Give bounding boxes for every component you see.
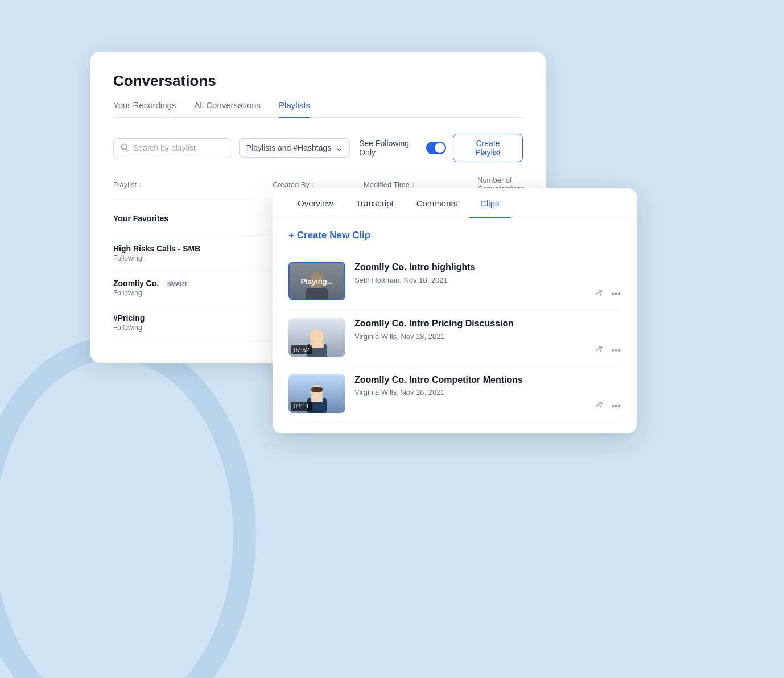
share-icon[interactable]: [594, 401, 604, 414]
filter-dropdown[interactable]: Playlists and #Hashtags ⌄: [239, 138, 350, 158]
scene-container: Conversations Your Recordings All Conver…: [79, 40, 705, 638]
clip-info-2: Zoomlly Co. Intro Pricing Discussion Vir…: [354, 318, 621, 358]
svg-line-1: [126, 148, 129, 151]
search-box[interactable]: [113, 138, 232, 158]
playlist-name-cell: Your Favorites: [113, 214, 273, 223]
tab-comments[interactable]: Comments: [405, 188, 469, 218]
clip-item: Playing... Zoomlly Co. Intro highlights …: [288, 254, 621, 310]
clip-thumbnail-1[interactable]: Playing...: [288, 262, 345, 300]
clip-item: 07:52 Zoomlly Co. Intro Pricing Discussi…: [288, 310, 621, 366]
toggle-knob: [435, 143, 445, 153]
col-playlist: Playlist ↕: [113, 176, 273, 193]
clip-meta: Virginia Wills, Nov 18, 2021: [354, 388, 621, 396]
clip-title: Zoomlly Co. Intro highlights: [354, 262, 621, 274]
clip-thumbnail-2[interactable]: 07:52: [288, 318, 345, 357]
clips-tabs: Overview Transcript Comments Clips: [273, 188, 637, 218]
tab-clips[interactable]: Clips: [469, 188, 510, 218]
clip-meta: Virginia Wills, Nov 18, 2021: [354, 332, 621, 341]
toolbar: Playlists and #Hashtags ⌄ See Following …: [113, 134, 523, 162]
clip-title: Zoomlly Co. Intro Competitor Mentions: [354, 374, 621, 386]
tab-all-conversations[interactable]: All Conversations: [194, 100, 261, 118]
svg-rect-10: [311, 396, 323, 402]
clip-item: 02:11 Zoomlly Co. Intro Competitor Menti…: [288, 366, 621, 423]
more-icon[interactable]: •••: [611, 401, 621, 414]
smart-badge: SMART: [164, 280, 191, 288]
more-icon[interactable]: •••: [611, 345, 621, 358]
search-input[interactable]: [133, 143, 225, 152]
following-label: See Following Only: [359, 139, 420, 157]
create-playlist-button[interactable]: Create Playlist: [453, 134, 523, 162]
following-toggle[interactable]: [426, 142, 447, 154]
clip-actions: •••: [354, 345, 621, 358]
playlist-name-cell: Zoomlly Co. SMART Following: [113, 279, 273, 297]
clip-title: Zoomlly Co. Intro Pricing Discussion: [354, 318, 621, 330]
svg-rect-7: [310, 342, 324, 348]
duration-badge: 07:52: [291, 345, 312, 354]
create-new-clip-button[interactable]: + Create New Clip: [288, 230, 621, 241]
clip-actions: •••: [354, 289, 621, 301]
playing-overlay: Playing...: [290, 263, 344, 299]
search-icon: [121, 143, 129, 153]
filter-label: Playlists and #Hashtags: [246, 143, 331, 152]
svg-rect-11: [311, 387, 323, 392]
playlist-name-cell: High Risks Calls - SMB Following: [113, 244, 273, 262]
duration-badge: 02:11: [291, 402, 312, 411]
more-icon[interactable]: •••: [611, 289, 621, 301]
chevron-down-icon: ⌄: [336, 143, 343, 152]
playlist-name-cell: #Pricing Following: [113, 313, 273, 332]
page-title: Conversations: [113, 72, 523, 90]
clip-info-3: Zoomlly Co. Intro Competitor Mentions Vi…: [354, 374, 621, 414]
clip-meta: Seth Hoffman, Nov 18, 2021: [354, 276, 621, 284]
sort-modified-icon[interactable]: ↕: [412, 181, 415, 188]
clips-body: + Create New Clip Playing...: [273, 218, 637, 433]
clip-info-1: Zoomlly Co. Intro highlights Seth Hoffma…: [354, 262, 621, 301]
sort-playlist-icon[interactable]: ↕: [139, 181, 142, 188]
clip-actions: •••: [354, 401, 621, 414]
sort-created-icon[interactable]: ↕: [312, 181, 315, 188]
tab-playlists[interactable]: Playlists: [279, 100, 310, 118]
share-icon[interactable]: [594, 345, 604, 358]
tab-overview[interactable]: Overview: [286, 188, 345, 218]
tab-your-recordings[interactable]: Your Recordings: [113, 100, 176, 118]
clips-panel: Overview Transcript Comments Clips + Cre…: [273, 188, 637, 433]
following-toggle-group: See Following Only: [359, 139, 446, 157]
share-icon[interactable]: [594, 289, 604, 301]
main-tabs: Your Recordings All Conversations Playli…: [113, 100, 523, 118]
svg-point-5: [310, 329, 324, 344]
clip-thumbnail-3[interactable]: 02:11: [288, 374, 345, 413]
tab-transcript[interactable]: Transcript: [345, 188, 405, 218]
